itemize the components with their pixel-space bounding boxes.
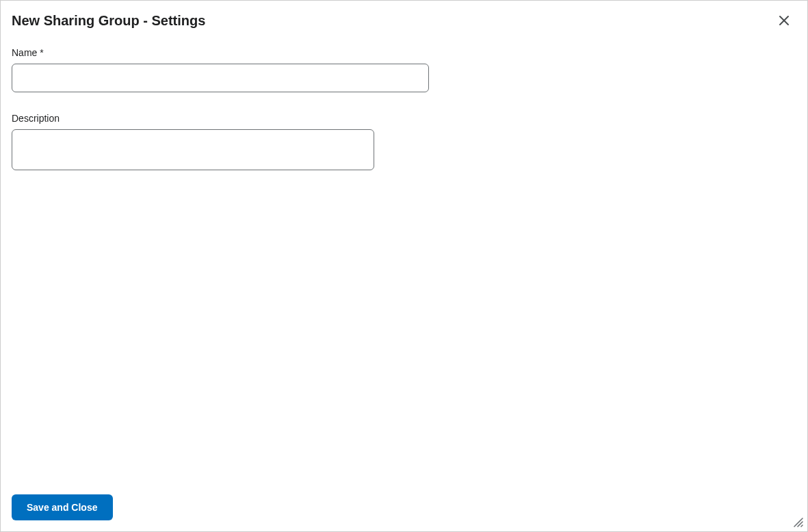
dialog-title: New Sharing Group - Settings xyxy=(12,13,205,29)
resize-handle[interactable] xyxy=(792,516,803,527)
dialog-footer: Save and Close xyxy=(1,483,807,531)
close-button[interactable] xyxy=(774,12,794,31)
dialog-header: New Sharing Group - Settings xyxy=(1,1,807,31)
dialog: New Sharing Group - Settings Name * Desc… xyxy=(0,0,808,532)
dialog-body: Name * Description xyxy=(1,31,807,483)
resize-icon xyxy=(792,518,803,529)
name-label: Name * xyxy=(12,47,796,58)
save-and-close-button[interactable]: Save and Close xyxy=(12,494,113,520)
svg-line-4 xyxy=(801,525,803,527)
description-label: Description xyxy=(12,113,796,124)
description-input[interactable] xyxy=(12,129,374,170)
name-input[interactable] xyxy=(12,64,429,92)
name-field-group: Name * xyxy=(12,47,796,92)
description-field-group: Description xyxy=(12,113,796,173)
close-icon xyxy=(779,15,790,28)
